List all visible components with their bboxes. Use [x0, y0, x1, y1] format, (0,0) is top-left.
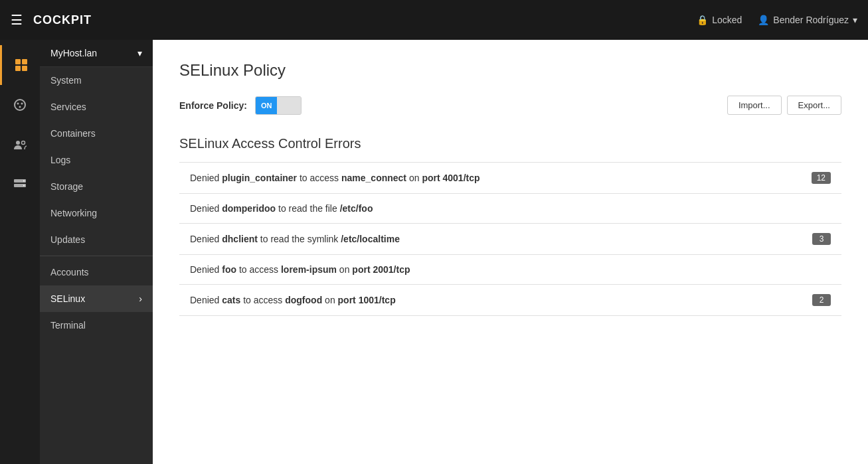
sidebar-item-label: Terminal	[50, 320, 86, 331]
bold-text: dogfood	[285, 295, 322, 305]
sidebar-item-label: Updates	[50, 234, 85, 245]
nav-sidebar: MyHost.lan ▾ System Services Containers …	[40, 40, 153, 464]
svg-rect-2	[15, 66, 21, 71]
user-menu[interactable]: 👤 Bender Rodríguez ▾	[758, 15, 857, 25]
error-text: Denied foo to access lorem-ipsum on port…	[190, 264, 410, 275]
sidebar-item-selinux[interactable]: SELinux ›	[40, 285, 153, 312]
user-icon: 👤	[758, 15, 769, 25]
import-button[interactable]: Import...	[727, 96, 782, 115]
sidebar-item-label: Networking	[50, 208, 97, 218]
error-badge: 2	[812, 294, 831, 306]
toggle-off-area	[277, 97, 301, 114]
sidebar-item-label: Storage	[50, 181, 83, 192]
bold-text: port 1001/tcp	[338, 295, 396, 305]
nav-divider	[40, 256, 153, 256]
sidebar-item-label: Services	[50, 102, 86, 112]
svg-rect-3	[22, 66, 27, 71]
host-chevron-icon: ▾	[137, 48, 142, 58]
icon-sidebar	[0, 40, 40, 464]
app-title: COCKPIT	[33, 13, 697, 27]
sidebar-item-label: Accounts	[50, 267, 89, 277]
svg-rect-0	[15, 59, 21, 64]
svg-point-8	[16, 141, 20, 145]
locked-status: 🔒 Locked	[697, 15, 742, 25]
sidebar-item-storage[interactable]: Storage	[40, 173, 153, 200]
sidebar-icon-dashboard[interactable]	[0, 45, 40, 85]
table-row: Denied foo to access lorem-ipsum on port…	[179, 254, 841, 284]
sidebar-item-accounts[interactable]: Accounts	[40, 259, 153, 285]
table-row: Denied dhclient to read the symlink /etc…	[179, 223, 841, 254]
sidebar-item-label: Logs	[50, 155, 70, 165]
sidebar-item-networking[interactable]: Networking	[40, 200, 153, 226]
bold-text: cats	[222, 295, 240, 305]
enforce-policy-label: Enforce Policy:	[179, 100, 247, 111]
menu-icon[interactable]: ☰	[11, 12, 23, 28]
sidebar-item-system[interactable]: System	[40, 67, 153, 94]
import-export-buttons: Import... Export...	[727, 96, 841, 115]
bold-text: dhclient	[222, 234, 258, 244]
table-row: Denied domperidoo to read the file /etc/…	[179, 193, 841, 223]
svg-point-4	[15, 100, 25, 110]
error-text: Denied dhclient to read the symlink /etc…	[190, 234, 400, 244]
enforce-policy-row: Enforce Policy: ON Import... Export...	[179, 96, 841, 115]
user-chevron-icon: ▾	[853, 15, 857, 25]
export-button[interactable]: Export...	[787, 96, 841, 115]
sidebar-icon-palette[interactable]	[0, 85, 40, 125]
content-area: SELinux Policy Enforce Policy: ON Import…	[153, 40, 868, 464]
error-text: Denied plugin_container to access name_c…	[190, 173, 480, 183]
enforce-policy-toggle[interactable]: ON	[255, 96, 302, 115]
sidebar-item-containers[interactable]: Containers	[40, 120, 153, 147]
bold-text: name_connect	[341, 173, 406, 183]
host-selector[interactable]: MyHost.lan ▾	[40, 40, 153, 67]
section-title: SELinux Access Control Errors	[179, 136, 841, 151]
user-name: Bender Rodríguez	[773, 15, 849, 25]
lock-icon: 🔒	[697, 15, 708, 25]
sidebar-item-logs[interactable]: Logs	[40, 147, 153, 173]
sidebar-icon-storage[interactable]	[0, 165, 40, 204]
svg-point-12	[23, 181, 25, 182]
table-row: Denied cats to access dogfood on port 10…	[179, 284, 841, 316]
error-text: Denied cats to access dogfood on port 10…	[190, 295, 396, 305]
bold-text: plugin_container	[222, 173, 297, 183]
error-text: Denied domperidoo to read the file /etc/…	[190, 203, 373, 214]
bold-text: /etc/localtime	[341, 234, 400, 244]
bold-text: /etc/foo	[340, 203, 373, 214]
main-layout: MyHost.lan ▾ System Services Containers …	[0, 40, 868, 464]
topbar-right: 🔒 Locked 👤 Bender Rodríguez ▾	[697, 15, 857, 25]
error-badge: 3	[812, 233, 831, 245]
host-name: MyHost.lan	[50, 48, 97, 58]
sidebar-item-terminal[interactable]: Terminal	[40, 312, 153, 339]
topbar: ☰ COCKPIT 🔒 Locked 👤 Bender Rodríguez ▾	[0, 0, 868, 40]
page-title: SELinux Policy	[179, 61, 841, 80]
selinux-chevron-icon: ›	[139, 293, 142, 304]
table-row: Denied plugin_container to access name_c…	[179, 162, 841, 193]
svg-point-9	[22, 141, 25, 145]
toggle-on-label: ON	[256, 97, 278, 114]
locked-label: Locked	[712, 15, 742, 25]
bold-text: port 4001/tcp	[422, 173, 479, 183]
svg-point-6	[21, 103, 23, 105]
error-table: Denied plugin_container to access name_c…	[179, 162, 841, 316]
sidebar-item-label: System	[50, 75, 82, 86]
bold-text: port 2001/tcp	[352, 264, 410, 275]
sidebar-item-label: Containers	[50, 128, 96, 139]
svg-point-13	[23, 185, 25, 187]
sidebar-item-services[interactable]: Services	[40, 94, 153, 120]
sidebar-icon-users[interactable]	[0, 125, 40, 165]
sidebar-item-label: SELinux	[50, 293, 85, 304]
svg-point-7	[19, 106, 21, 108]
svg-point-5	[17, 103, 19, 105]
bold-text: domperidoo	[222, 203, 276, 214]
bold-text: foo	[222, 264, 236, 275]
svg-rect-1	[22, 59, 27, 64]
sidebar-item-updates[interactable]: Updates	[40, 226, 153, 253]
error-badge: 12	[812, 172, 831, 184]
bold-text: lorem-ipsum	[281, 264, 337, 275]
